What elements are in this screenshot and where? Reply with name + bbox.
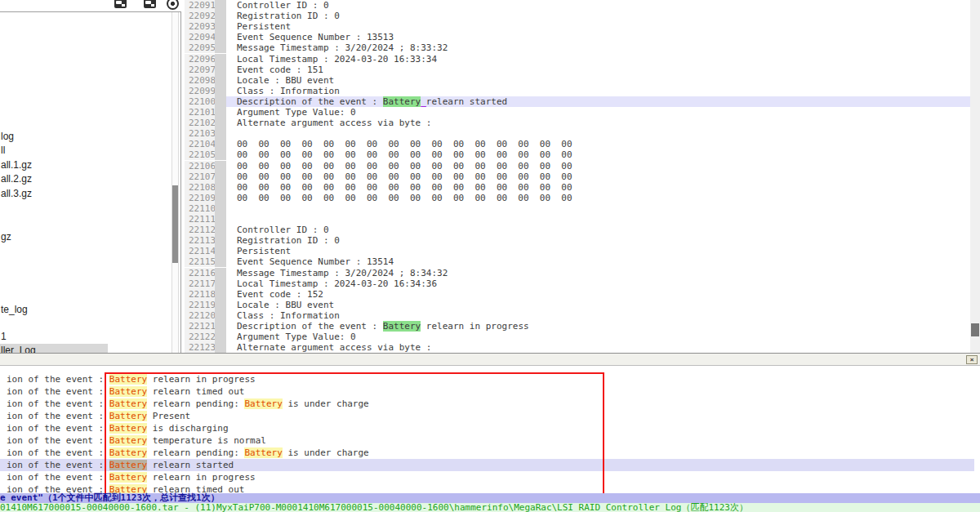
file-list-item[interactable]: all.2.gz: [0, 172, 32, 185]
bookmark-margin[interactable]: [215, 54, 226, 65]
bookmark-margin[interactable]: [215, 203, 226, 214]
locate-target-icon[interactable]: [167, 0, 179, 10]
bookmark-margin[interactable]: [215, 289, 226, 300]
log-line[interactable]: 22110: [185, 203, 970, 214]
bookmark-margin[interactable]: [215, 86, 226, 96]
view-file-icon-1[interactable]: [114, 0, 127, 8]
log-line[interactable]: 22112Controller ID : 0: [185, 225, 970, 235]
line-number: 22109: [185, 193, 215, 203]
log-line[interactable]: 22092Registration ID : 0: [185, 11, 970, 21]
line-number: 22113: [185, 235, 215, 246]
bookmark-margin[interactable]: [215, 128, 226, 139]
file-list-item[interactable]: te_log: [0, 303, 28, 316]
editor-scrollbar[interactable]: [970, 0, 980, 353]
file-list-item[interactable]: all.1.gz: [0, 158, 32, 171]
log-line[interactable]: 22098Locale : BBU event: [185, 75, 970, 86]
bookmark-margin[interactable]: [215, 193, 226, 203]
file-list-item[interactable]: log: [0, 130, 14, 143]
bookmark-margin[interactable]: [215, 149, 226, 160]
bookmark-margin[interactable]: [215, 235, 226, 246]
log-line[interactable]: 22114Persistent: [185, 246, 970, 256]
line-text: Class : Information: [226, 310, 970, 321]
log-line[interactable]: 22091Controller ID : 0: [185, 0, 970, 11]
log-line[interactable]: 2210400 00 00 00 00 00 00 00 00 00 00 00…: [185, 139, 970, 149]
line-text: Message Timestamp : 3/20/2024 ; 8:33:32: [226, 42, 970, 53]
log-line[interactable]: 22113Registration ID : 0: [185, 235, 970, 246]
log-line[interactable]: 22103: [185, 128, 970, 139]
bookmark-margin[interactable]: [215, 300, 226, 310]
search-file-line[interactable]: 01410M617000015-00040000-1600.tar - (11)…: [0, 503, 980, 512]
line-number: 22120: [185, 310, 215, 321]
close-results-icon[interactable]: ×: [966, 355, 978, 364]
bookmark-margin[interactable]: [215, 268, 226, 278]
log-editor[interactable]: 22091Controller ID : 022092Registration …: [185, 0, 970, 354]
log-line[interactable]: 22116Message Timestamp : 3/20/2024 ; 8:3…: [185, 268, 970, 278]
annotation-red-box: [105, 372, 604, 495]
log-line[interactable]: 22111: [185, 214, 970, 225]
log-line[interactable]: 2210600 00 00 00 00 00 00 00 00 00 00 00…: [185, 161, 970, 171]
line-text: Local Timestamp : 2024-03-20 16:33:34: [226, 54, 970, 65]
file-panel-scrollbar[interactable]: [172, 12, 179, 354]
log-line[interactable]: 2210500 00 00 00 00 00 00 00 00 00 00 00…: [185, 149, 970, 160]
log-line[interactable]: 22093Persistent: [185, 21, 970, 32]
bookmark-margin[interactable]: [215, 310, 226, 321]
file-panel-scrollbar-thumb[interactable]: [172, 185, 178, 263]
bookmark-margin[interactable]: [215, 21, 226, 32]
bookmark-margin[interactable]: [215, 246, 226, 256]
bookmark-margin[interactable]: [215, 171, 226, 182]
line-number: 22094: [185, 32, 215, 42]
log-line[interactable]: 22119Locale : BBU event: [185, 300, 970, 310]
bookmark-margin[interactable]: [215, 65, 226, 75]
bookmark-margin[interactable]: [215, 225, 226, 235]
log-line[interactable]: 22120Class : Information: [185, 310, 970, 321]
file-list-item[interactable]: all.3.gz: [0, 187, 32, 200]
line-text: 00 00 00 00 00 00 00 00 00 00 00 00 00 0…: [226, 193, 970, 203]
file-list-item[interactable]: 1: [0, 330, 7, 343]
bookmark-margin[interactable]: [215, 32, 226, 42]
bookmark-margin[interactable]: [215, 139, 226, 149]
bookmark-margin[interactable]: [215, 75, 226, 86]
bookmark-margin[interactable]: [215, 342, 226, 353]
log-line[interactable]: 22097Event code : 151: [185, 65, 970, 75]
bookmark-margin[interactable]: [215, 118, 226, 128]
bookmark-margin[interactable]: [215, 0, 226, 11]
bookmark-margin[interactable]: [215, 321, 226, 332]
log-line[interactable]: 2210700 00 00 00 00 00 00 00 00 00 00 00…: [185, 171, 970, 182]
bookmark-margin[interactable]: [215, 11, 226, 21]
bookmark-margin[interactable]: [215, 256, 226, 267]
log-line[interactable]: 22101Argument Type Value: 0: [185, 107, 970, 118]
file-list-item[interactable]: gz: [0, 230, 11, 243]
editor-scrollbar-thumb[interactable]: [971, 323, 979, 336]
line-number: 22092: [185, 11, 215, 21]
log-line[interactable]: 22099Class : Information: [185, 86, 970, 96]
log-line[interactable]: 22117Local Timestamp : 2024-03-20 16:34:…: [185, 278, 970, 289]
bookmark-margin[interactable]: [215, 42, 226, 53]
file-list-item[interactable]: ll: [0, 144, 5, 157]
log-line[interactable]: 2210900 00 00 00 00 00 00 00 00 00 00 00…: [185, 193, 970, 203]
bookmark-margin[interactable]: [215, 332, 226, 342]
bookmark-margin[interactable]: [215, 214, 226, 225]
log-line[interactable]: 22094Event Sequence Number : 13513: [185, 32, 970, 42]
log-line[interactable]: 22096Local Timestamp : 2024-03-20 16:33:…: [185, 54, 970, 65]
log-line[interactable]: 2210800 00 00 00 00 00 00 00 00 00 00 00…: [185, 182, 970, 193]
log-line[interactable]: 22100Description of the event : Battery_…: [185, 96, 970, 107]
line-number: 22102: [185, 118, 215, 128]
log-line[interactable]: 22095Message Timestamp : 3/20/2024 ; 8:3…: [185, 42, 970, 53]
line-text: Local Timestamp : 2024-03-20 16:34:36: [226, 278, 970, 289]
bookmark-margin[interactable]: [215, 96, 226, 107]
line-text: Description of the event : Battery_relea…: [226, 96, 970, 107]
bookmark-margin[interactable]: [215, 182, 226, 193]
bookmark-margin[interactable]: [215, 161, 226, 171]
log-line[interactable]: 22122Argument Type Value: 0: [185, 332, 970, 342]
bookmark-margin[interactable]: [215, 107, 226, 118]
log-line[interactable]: 22121Description of the event : Battery …: [185, 321, 970, 332]
line-number: 22114: [185, 246, 215, 256]
log-line[interactable]: 22102Alternate argument access via byte …: [185, 118, 970, 128]
view-file-icon-2[interactable]: [144, 0, 156, 8]
log-line[interactable]: 22123Alternate argument access via byte …: [185, 342, 970, 353]
log-line[interactable]: 22115Event Sequence Number : 13514: [185, 256, 970, 267]
log-line[interactable]: 22118Event code : 152: [185, 289, 970, 300]
bookmark-margin[interactable]: [215, 278, 226, 289]
line-text: 00 00 00 00 00 00 00 00 00 00 00 00 00 0…: [226, 171, 970, 182]
line-text: Message Timestamp : 3/20/2024 ; 8:34:32: [226, 268, 970, 278]
